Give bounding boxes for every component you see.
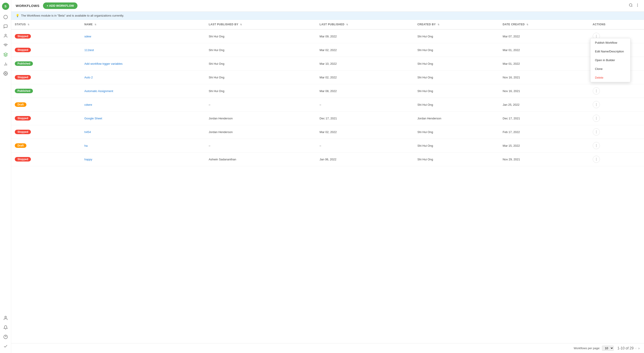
sidebar-item-notifications[interactable] bbox=[2, 324, 10, 332]
sidebar-item-reports[interactable] bbox=[2, 60, 10, 68]
workflow-name-link[interactable]: sdew bbox=[84, 35, 91, 38]
created-by-cell: Shi Hui Ong bbox=[414, 43, 499, 57]
svg-point-0 bbox=[4, 15, 8, 19]
lpb-sort-icon: ⇅ bbox=[240, 23, 242, 26]
svg-point-36 bbox=[596, 119, 596, 120]
sidebar-item-contacts[interactable] bbox=[2, 32, 10, 40]
workflow-name-link[interactable]: h454 bbox=[84, 130, 91, 134]
svg-point-37 bbox=[596, 130, 596, 131]
context-menu-item-open-in-builder[interactable]: Open in Builder bbox=[590, 56, 630, 64]
name-cell: sdew bbox=[81, 29, 205, 43]
avatar[interactable]: S bbox=[2, 3, 9, 10]
row-more-button[interactable] bbox=[593, 87, 600, 94]
status-cell: Stopped bbox=[11, 70, 81, 84]
name-cell: Automatic Assignment bbox=[81, 84, 205, 98]
last-published-by-cell: Ashwin Sadananthan bbox=[205, 152, 316, 166]
workflow-name-link[interactable]: Auto 2 bbox=[84, 76, 93, 79]
col-created-by[interactable]: CREATED BY ⇅ bbox=[414, 20, 499, 29]
last-published-cell: Mar 09, 2022 bbox=[316, 29, 414, 43]
svg-point-28 bbox=[596, 90, 596, 90]
sidebar-item-help[interactable] bbox=[2, 333, 10, 341]
row-more-button[interactable] bbox=[593, 115, 600, 122]
name-cell: ha bbox=[81, 139, 205, 152]
last-published-cell: Mar 02, 2022 bbox=[316, 125, 414, 139]
main-content: WORKFLOWS + ADD WORKFLOW 💡 The Workflows… bbox=[11, 0, 644, 353]
sidebar-item-settings[interactable] bbox=[2, 70, 10, 78]
name-cell: 111test bbox=[81, 43, 205, 57]
last-published-cell: – bbox=[316, 139, 414, 152]
header-left: WORKFLOWS + ADD WORKFLOW bbox=[16, 2, 78, 9]
table-row: Published Automatic Assignment Shi Hui O… bbox=[11, 84, 644, 98]
sidebar-item-home[interactable] bbox=[2, 13, 10, 21]
last-published-by-cell: Jordan Henderson bbox=[205, 112, 316, 125]
name-cell: cdwre bbox=[81, 98, 205, 112]
col-last-published[interactable]: LAST PUBLISHED ⇅ bbox=[316, 20, 414, 29]
status-badge: Stopped bbox=[15, 48, 31, 52]
more-options-icon[interactable] bbox=[636, 3, 640, 8]
svg-point-15 bbox=[637, 6, 638, 7]
add-workflow-button[interactable]: + ADD WORKFLOW bbox=[43, 2, 78, 9]
context-menu-item-edit-name-description[interactable]: Edit Name/Description bbox=[590, 47, 630, 56]
svg-point-30 bbox=[596, 92, 596, 92]
sidebar-item-broadcasts[interactable] bbox=[2, 41, 10, 49]
context-menu-item-publish-workflow[interactable]: Publish Workflow bbox=[590, 38, 630, 47]
svg-point-17 bbox=[596, 36, 596, 36]
actions-cell bbox=[589, 152, 644, 166]
sidebar-item-tasks[interactable] bbox=[2, 342, 10, 350]
workflow-name-link[interactable]: cdwre bbox=[84, 103, 92, 106]
sidebar: S bbox=[0, 0, 11, 353]
status-cell: Published bbox=[11, 84, 81, 98]
status-cell: Stopped bbox=[11, 43, 81, 57]
name-cell: Auto 2 bbox=[81, 70, 205, 84]
header-right bbox=[629, 3, 640, 8]
svg-point-8 bbox=[5, 316, 6, 318]
date-created-cell: Nov 16, 2021 bbox=[499, 70, 589, 84]
actions-cell bbox=[589, 84, 644, 98]
workflow-name-link[interactable]: happy bbox=[84, 158, 92, 161]
col-name[interactable]: NAME ⇅ bbox=[81, 20, 205, 29]
svg-point-45 bbox=[596, 160, 596, 160]
actions-cell bbox=[589, 112, 644, 125]
col-status[interactable]: STATUS ⇅ bbox=[11, 20, 81, 29]
sidebar-item-workflows[interactable] bbox=[2, 50, 10, 59]
workflow-name-link[interactable]: ha bbox=[84, 144, 88, 148]
context-menu-item-delete[interactable]: Delete bbox=[590, 73, 630, 82]
date-created-cell: Feb 17, 2022 bbox=[499, 125, 589, 139]
row-more-button[interactable] bbox=[593, 142, 600, 149]
workflow-name-link[interactable]: Automatic Assignment bbox=[84, 89, 113, 93]
status-cell: Published bbox=[11, 57, 81, 70]
table-row: Stopped Auto 2 Shi Hui Ong Mar 02, 2022 … bbox=[11, 70, 644, 84]
workflow-name-link[interactable]: Google Sheet bbox=[84, 117, 102, 120]
col-last-published-by[interactable]: LAST PUBLISHED BY ⇅ bbox=[205, 20, 316, 29]
col-date-created[interactable]: DATE CREATED ⇅ bbox=[499, 20, 589, 29]
row-more-button[interactable] bbox=[593, 101, 600, 108]
created-by-cell: Shi Hui Ong bbox=[414, 70, 499, 84]
search-icon[interactable] bbox=[629, 3, 633, 8]
svg-point-29 bbox=[596, 91, 596, 91]
workflow-name-link[interactable]: 111test bbox=[84, 48, 94, 52]
name-cell: happy bbox=[81, 152, 205, 166]
row-more-button[interactable] bbox=[593, 128, 600, 136]
lp-sort-icon: ⇅ bbox=[346, 23, 348, 26]
status-sort-icon: ⇅ bbox=[28, 23, 30, 26]
next-page-icon[interactable]: › bbox=[638, 346, 640, 350]
row-more-button[interactable] bbox=[593, 156, 600, 163]
svg-line-12 bbox=[632, 6, 632, 6]
status-cell: Stopped bbox=[11, 29, 81, 43]
workflow-name-link[interactable]: Add workflow trgger variables bbox=[84, 62, 123, 66]
status-badge: Stopped bbox=[15, 116, 31, 120]
sidebar-item-chat[interactable] bbox=[2, 22, 10, 30]
per-page-select[interactable]: 10 25 50 bbox=[602, 346, 614, 351]
workflows-table-container: STATUS ⇅ NAME ⇅ LAST PUBLISHED BY ⇅ LAST… bbox=[11, 20, 644, 343]
sidebar-item-profile[interactable] bbox=[2, 314, 10, 322]
status-badge: Stopped bbox=[15, 130, 31, 134]
svg-point-44 bbox=[596, 159, 596, 160]
status-badge: Stopped bbox=[15, 75, 31, 80]
last-published-by-cell: Jordan Henderson bbox=[205, 125, 316, 139]
prev-page-icon[interactable]: ‹ bbox=[635, 346, 636, 350]
actions-cell bbox=[589, 98, 644, 112]
beta-icon: 💡 bbox=[16, 14, 19, 17]
context-menu-item-clone[interactable]: Clone bbox=[590, 64, 630, 73]
date-created-cell: Mar 01, 2022 bbox=[499, 57, 589, 70]
svg-point-14 bbox=[637, 5, 638, 6]
